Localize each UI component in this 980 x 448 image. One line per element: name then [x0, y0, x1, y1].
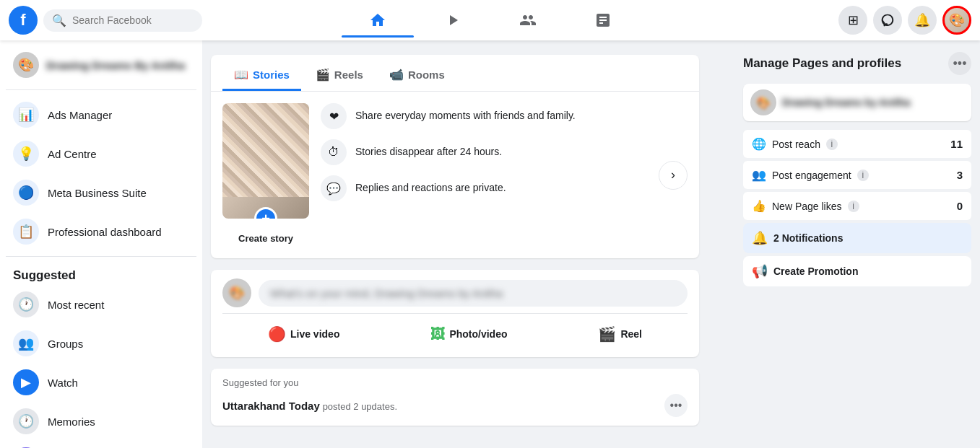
live-video-label: Live video: [290, 328, 339, 340]
tab-rooms[interactable]: 📹 Rooms: [378, 61, 456, 91]
page-likes-label: New Page likes: [772, 201, 842, 212]
grid-icon-btn[interactable]: ⊞: [838, 6, 867, 35]
most-recent-icon: 🕐: [13, 291, 39, 317]
post-reach-info-btn[interactable]: i: [826, 139, 838, 150]
story-info-item-1: ❤ Share everyday moments with friends an…: [321, 103, 647, 129]
create-promotion-label: Create Promotion: [773, 265, 858, 277]
reel-label: Reel: [620, 328, 642, 340]
nav-tab-people[interactable]: [492, 3, 564, 38]
rooms-tab-icon: 📹: [389, 68, 404, 82]
create-story-label: Create story: [235, 219, 296, 247]
sidebar-item-memories[interactable]: 🕐 Memories: [6, 403, 196, 440]
profile-name: Drawing Dreams By Anitha: [46, 59, 185, 71]
suggested-page-desc: posted 2 updates.: [323, 401, 397, 412]
sidebar-label-professional-dashboard: Professional dashboard: [48, 226, 162, 238]
left-sidebar: 🎨 Drawing Dreams By Anitha 📊 Ads Manager…: [0, 40, 202, 448]
post-input[interactable]: What's on your mind, Drawing Dreams by A…: [259, 280, 688, 307]
sidebar-divider-1: [6, 89, 196, 90]
notifications-left: 🔔 2 Notifications: [752, 230, 843, 246]
post-action-reel[interactable]: 🎬 Reel: [586, 320, 654, 348]
search-input[interactable]: [72, 14, 194, 26]
center-feed: 📖 Stories 🎬 Reels 📹 Rooms +: [202, 40, 708, 448]
messenger-icon-btn[interactable]: [873, 6, 902, 35]
ads-manager-icon: 📊: [13, 102, 39, 128]
nav-tab-home[interactable]: [342, 3, 414, 38]
sidebar-label-memories: Memories: [48, 416, 95, 428]
facebook-logo: f: [9, 6, 38, 35]
profile-item[interactable]: 🎨 Drawing Dreams By Anitha: [6, 46, 196, 84]
page-likes-icon: 👍: [752, 199, 766, 213]
post-box: 🎨 What's on your mind, Drawing Dreams by…: [211, 270, 699, 357]
post-engagement-value: 3: [957, 169, 963, 181]
right-sidebar: Manage Pages and profiles ••• 🎨 Drawing …: [734, 40, 980, 448]
right-page-profile[interactable]: 🎨 Drawing Dreams by Anitha: [743, 84, 971, 121]
sidebar-item-groups[interactable]: 👥 Groups: [6, 325, 196, 362]
stat-left-post-engagement: 👥 Post engagement i: [752, 168, 869, 182]
create-promotion-row[interactable]: 📢 Create Promotion: [743, 256, 971, 286]
photo-video-label: Photo/video: [449, 328, 507, 340]
sidebar-item-most-recent[interactable]: 🕐 Most recent: [6, 286, 196, 323]
tab-reels[interactable]: 🎬 Reels: [304, 61, 375, 91]
post-action-photo-video[interactable]: 🖼 Photo/video: [419, 320, 519, 348]
sidebar-divider-2: [6, 256, 196, 257]
sidebar-item-ad-centre[interactable]: 💡 Ad Centre: [6, 135, 196, 172]
right-page-name: Drawing Dreams by Anitha: [782, 97, 911, 108]
professional-dashboard-icon: 📋: [13, 219, 39, 245]
sidebar-label-watch: Watch: [48, 377, 78, 389]
suggested-page-info: Uttarakhand Today posted 2 updates.: [222, 400, 397, 412]
stories-tab-label: Stories: [253, 69, 290, 81]
notifications-row[interactable]: 🔔 2 Notifications: [743, 223, 971, 253]
rooms-tab-label: Rooms: [408, 69, 445, 81]
topnav-center: [342, 3, 639, 38]
story-reply-icon: 💬: [321, 175, 347, 201]
story-timer-icon: ⏱: [321, 139, 347, 165]
sidebar-item-ads-manager[interactable]: 📊 Ads Manager: [6, 96, 196, 133]
stat-row-post-engagement: 👥 Post engagement i 3: [743, 161, 971, 189]
story-arrow-btn[interactable]: ›: [659, 161, 688, 190]
suggested-content: Suggested for you Uttarakhand Today post…: [211, 369, 699, 426]
reels-tab-icon: 🎬: [316, 68, 330, 82]
watch-icon: ▶: [13, 369, 39, 395]
sidebar-item-meta-business[interactable]: 🔵 Meta Business Suite: [6, 174, 196, 211]
right-more-dots[interactable]: •••: [948, 52, 971, 75]
stat-left-page-likes: 👍 New Page likes i: [752, 199, 859, 213]
sidebar-item-saved[interactable]: 🔖 Saved: [6, 442, 196, 448]
topnav-left: f 🔍: [9, 6, 211, 35]
sidebar-label-most-recent: Most recent: [48, 299, 104, 311]
stat-left-post-reach: 🌐 Post reach i: [752, 137, 838, 151]
post-divider: [222, 313, 688, 314]
nav-tab-video[interactable]: [417, 3, 489, 38]
right-page-avatar: 🎨: [750, 89, 776, 115]
story-info-item-3: 💬 Replies and reactions are private.: [321, 175, 647, 201]
post-avatar: 🎨: [222, 278, 251, 307]
post-engagement-label: Post engagement: [772, 170, 851, 181]
story-pixel-art: [222, 103, 309, 197]
ad-centre-icon: 💡: [13, 141, 39, 167]
sidebar-label-groups: Groups: [48, 338, 83, 350]
search-bar[interactable]: 🔍: [43, 9, 202, 32]
post-action-live-video[interactable]: 🔴 Live video: [256, 320, 351, 348]
post-engagement-info-btn[interactable]: i: [857, 170, 869, 181]
sidebar-item-professional-dashboard[interactable]: 📋 Professional dashboard: [6, 213, 196, 250]
stories-tab-icon: 📖: [234, 68, 248, 82]
sidebar-label-ads-manager: Ads Manager: [48, 109, 112, 121]
right-section-title: Manage Pages and profiles: [743, 56, 901, 71]
nav-tab-market[interactable]: [567, 3, 639, 38]
post-reach-value: 11: [950, 138, 963, 150]
notifications-bell-icon: 🔔: [752, 230, 768, 246]
suggested-item: Uttarakhand Today posted 2 updates. •••: [222, 394, 688, 417]
stories-info: ❤ Share everyday moments with friends an…: [321, 103, 647, 211]
profile-avatar-btn[interactable]: 🎨: [942, 6, 971, 35]
sidebar-item-watch[interactable]: ▶ Watch: [6, 364, 196, 401]
sidebar-label-meta-business: Meta Business Suite: [48, 187, 147, 199]
suggested-for-you: Suggested for you: [222, 377, 688, 388]
page-likes-info-btn[interactable]: i: [848, 201, 859, 212]
story-thumbnail[interactable]: +: [222, 103, 309, 219]
notifications-icon-btn[interactable]: 🔔: [908, 6, 937, 35]
reels-tab-label: Reels: [334, 69, 363, 81]
story-info-text-2: Stories disappear after 24 hours.: [355, 139, 502, 159]
story-info-text-1: Share everyday moments with friends and …: [355, 103, 576, 123]
suggested-more-btn[interactable]: •••: [664, 394, 688, 417]
tab-stories[interactable]: 📖 Stories: [222, 61, 301, 91]
groups-icon: 👥: [13, 330, 39, 356]
